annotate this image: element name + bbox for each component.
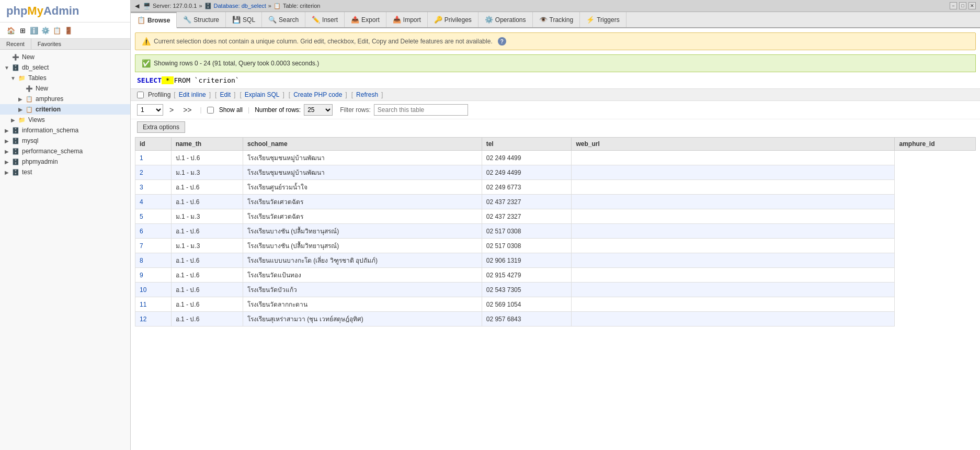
edit-inline-link[interactable]: Edit inline	[179, 91, 206, 98]
tab-tracking[interactable]: 👁️ Tracking	[533, 12, 580, 27]
recent-favorites-bar: Recent Favorites	[0, 39, 130, 50]
sidebar-item-info-schema[interactable]: ▶ 🗄️ information_schema	[0, 125, 130, 136]
rows-select[interactable]: 25 50 100 250 500	[304, 104, 333, 116]
warning-icon: ⚠️	[142, 37, 151, 46]
sql-star: *	[162, 76, 174, 84]
cell-id: 2	[135, 165, 172, 180]
exit-icon[interactable]: 🚪	[64, 26, 73, 35]
cell-web-url	[572, 209, 895, 224]
cell-web-url	[572, 195, 895, 209]
topbar: ◀ 🖥️ Server: 127.0.0.1 » 🗄️ Database: db…	[131, 0, 980, 12]
table-row: 7 ม.1 - ม.3 โรงเรียนบางชัน (ปลื้มวิทยานุ…	[135, 239, 976, 253]
tracking-icon: 👁️	[539, 16, 548, 24]
cell-school-name: โรงเรียนวัดเศวตฉัตร	[243, 209, 482, 224]
privileges-icon: 🔑	[434, 16, 442, 24]
sidebar-item-db-select[interactable]: ▼ 🗄️ db_select	[0, 62, 130, 73]
rows-label: Number of rows:	[255, 106, 301, 114]
tab-search-label: Search	[279, 16, 299, 24]
favorites-tab[interactable]: Favorites	[31, 39, 67, 49]
criterion-table-icon: 📋	[25, 105, 33, 114]
mysql-icon: 🗄️	[12, 137, 20, 145]
recent-tab[interactable]: Recent	[0, 39, 31, 49]
tab-sql[interactable]: 💾 SQL	[226, 12, 262, 27]
sidebar-item-new-table[interactable]: ➕ New	[0, 83, 130, 94]
win-close[interactable]: ✕	[968, 2, 976, 9]
tab-insert[interactable]: ✏️ Insert	[305, 12, 345, 27]
cell-school-name: โรงเรียนแบบนบางกะโด (เลี่ยง วิฑูรชาติ อุ…	[243, 253, 482, 268]
sidebar-item-test[interactable]: ▶ 🗄️ test	[0, 167, 130, 177]
log-icon[interactable]: 📋	[52, 26, 62, 35]
grid-icon[interactable]: ⊞	[18, 26, 27, 35]
toggle-views: ▶	[9, 116, 17, 123]
create-php-link[interactable]: Create PHP code	[293, 91, 342, 98]
sidebar-item-perf-schema[interactable]: ▶ 🗄️ performance_schema	[0, 146, 130, 156]
cell-name-th: ป.1 - ป.6	[171, 151, 243, 165]
extra-options-button[interactable]: Extra options	[137, 121, 185, 133]
table-row: 5 ม.1 - ม.3 โรงเรียนวัดเศวตฉัตร 02 437 2…	[135, 209, 976, 224]
info-icon[interactable]: ℹ️	[29, 26, 39, 35]
sidebar-item-tables[interactable]: ▼ 📁 Tables	[0, 73, 130, 83]
cell-id: 3	[135, 180, 172, 195]
cell-tel: 02 543 7305	[482, 283, 572, 297]
help-icon[interactable]: ?	[498, 37, 506, 46]
tab-triggers[interactable]: ⚡ Triggers	[580, 12, 626, 27]
cell-school-name: โรงเรียนวัดบัวแก้ว	[243, 283, 482, 297]
cell-web-url	[572, 268, 895, 283]
views-label: Views	[28, 116, 45, 123]
cell-tel: 02 437 2327	[482, 195, 572, 209]
tab-search[interactable]: 🔍 Search	[262, 12, 305, 27]
refresh-link[interactable]: Refresh	[356, 91, 378, 98]
tab-export[interactable]: 📤 Export	[345, 12, 386, 27]
tab-privileges[interactable]: 🔑 Privileges	[428, 12, 478, 27]
home-icon[interactable]: 🏠	[6, 26, 16, 35]
tab-insert-label: Insert	[322, 16, 338, 24]
page-next-next-btn[interactable]: >>	[180, 105, 195, 115]
col-header-name-th: name_th	[171, 138, 243, 151]
tab-import-label: Import	[403, 16, 421, 24]
col-header-amphure-id: amphure_id	[895, 138, 976, 151]
phpmyadmin-label: phpmyadmin	[22, 158, 58, 165]
sql-from: FROM	[174, 76, 194, 84]
cell-id: 9	[135, 268, 172, 283]
tab-import[interactable]: 📥 Import	[386, 12, 428, 27]
filter-input[interactable]	[374, 104, 468, 116]
cell-web-url	[572, 297, 895, 312]
explain-sql-link[interactable]: Explain SQL	[245, 91, 280, 98]
amphures-label: amphures	[36, 95, 63, 103]
sidebar-item-phpmyadmin[interactable]: ▶ 🗄️ phpmyadmin	[0, 156, 130, 167]
cell-id: 5	[135, 209, 172, 224]
cell-name-th: ม.1 - ม.3	[171, 209, 243, 224]
result-bar: ✅ Showing rows 0 - 24 (91 total, Query t…	[135, 54, 976, 72]
sidebar-item-new-root[interactable]: ➕ New	[0, 52, 130, 62]
table-row: 6 อ.1 - ป.6 โรงเรียนบางชัน (ปลื้มวิทยานุ…	[135, 224, 976, 239]
profiling-checkbox[interactable]	[137, 92, 144, 98]
profiling-label: Profiling	[148, 91, 170, 98]
tab-structure[interactable]: 🔧 Structure	[177, 12, 226, 27]
win-minimize[interactable]: −	[950, 2, 957, 9]
topbar-server: Server: 127.0.0.1	[153, 3, 197, 9]
toggle-amphures: ▶	[17, 95, 24, 103]
import-icon: 📥	[393, 16, 401, 24]
win-maximize[interactable]: □	[959, 2, 966, 9]
cell-id: 11	[135, 297, 172, 312]
cell-id: 12	[135, 312, 172, 327]
edit-link[interactable]: Edit	[220, 91, 231, 98]
page-next-btn[interactable]: >	[166, 105, 177, 115]
tables-folder-icon: 📁	[18, 74, 26, 82]
toggle-mysql: ▶	[3, 137, 10, 144]
sidebar-item-amphures[interactable]: ▶ 📋 amphures	[0, 94, 130, 104]
settings-icon[interactable]: ⚙️	[41, 26, 50, 35]
show-all-checkbox[interactable]	[207, 107, 214, 114]
tab-browse[interactable]: 📋 Browse	[131, 12, 177, 28]
result-text: Showing rows 0 - 24 (91 total, Query too…	[154, 60, 319, 67]
operations-icon: ⚙️	[485, 16, 493, 24]
topbar-database[interactable]: Database: db_select	[214, 3, 266, 9]
sidebar-item-views[interactable]: ▶ 📁 Views	[0, 115, 130, 125]
cell-name-th: อ.1 - ป.6	[171, 180, 243, 195]
sidebar-item-mysql[interactable]: ▶ 🗄️ mysql	[0, 136, 130, 146]
win-toggle-icon[interactable]: ◀	[135, 3, 139, 9]
page-select[interactable]: 1 2 3 4	[137, 104, 163, 116]
sidebar-item-criterion[interactable]: ▶ 📋 criterion	[0, 104, 130, 115]
tab-operations[interactable]: ⚙️ Operations	[478, 12, 533, 27]
table-row: 12 อ.1 - ป.6 โรงเรียนสุเหร่าสามวา (ชุน เ…	[135, 312, 976, 327]
